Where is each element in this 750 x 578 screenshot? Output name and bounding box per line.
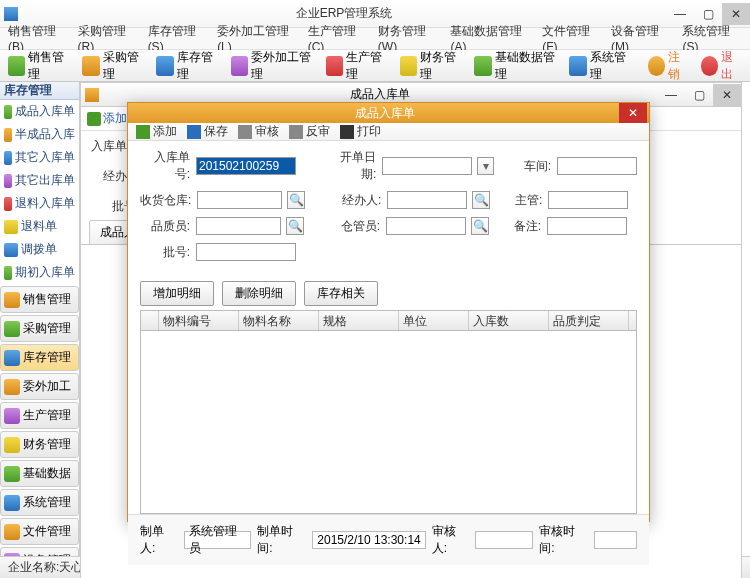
toolbar-button[interactable]: 销售管理 — [4, 47, 74, 85]
grid-header[interactable]: 物料名称 — [239, 311, 319, 330]
input-keeper[interactable] — [386, 217, 466, 235]
modal-toolbar: 添加保存审核反审打印 — [128, 123, 649, 141]
child-maximize[interactable]: ▢ — [685, 84, 713, 106]
modal-action-保存[interactable]: 保存 — [187, 123, 228, 140]
modal-action-icon — [136, 125, 150, 139]
sidebar-header: 库存管理 — [0, 82, 79, 100]
stock-related-button[interactable]: 库存相关 — [304, 281, 378, 306]
toolbar-icon — [8, 56, 25, 76]
sidebar-item[interactable]: 退料入库单 — [0, 192, 79, 215]
toolbar-icon — [474, 56, 491, 76]
input-handler[interactable] — [387, 191, 467, 209]
lookup-warehouse-icon[interactable]: 🔍 — [287, 191, 305, 209]
toolbar-button[interactable]: 财务管理 — [396, 47, 466, 85]
input-workshop[interactable] — [557, 157, 637, 175]
input-warehouse[interactable] — [197, 191, 282, 209]
sidebar-nav-button[interactable]: 委外加工 — [0, 373, 79, 400]
child-minimize[interactable]: — — [657, 84, 685, 106]
modal-action-审核[interactable]: 审核 — [238, 123, 279, 140]
sidebar-item[interactable]: 半成品入库 — [0, 123, 79, 146]
sidebar-item-icon — [4, 174, 12, 188]
modal-action-添加[interactable]: 添加 — [136, 123, 177, 140]
grid-header[interactable]: 单位 — [399, 311, 469, 330]
nav-icon — [4, 379, 20, 395]
sidebar-item[interactable]: 成品入库单 — [0, 100, 79, 123]
sidebar-item-icon — [4, 266, 12, 280]
calendar-icon[interactable]: ▾ — [477, 157, 494, 175]
grid-header[interactable]: 物料编号 — [159, 311, 239, 330]
nav-icon — [4, 524, 20, 540]
sidebar-item-icon — [4, 243, 18, 257]
nav-icon — [4, 292, 20, 308]
toolbar-button[interactable]: 基础数据管理 — [470, 47, 561, 85]
toolbar-icon — [400, 56, 417, 76]
lookup-qc-icon[interactable]: 🔍 — [286, 217, 304, 235]
grid-header[interactable]: 品质判定 — [549, 311, 629, 330]
toolbar-exit[interactable]: 退出 — [697, 47, 746, 85]
toolbar-button[interactable]: 生产管理 — [322, 47, 392, 85]
nav-icon — [4, 495, 20, 511]
sidebar-item-icon — [4, 128, 12, 142]
modal-action-打印[interactable]: 打印 — [340, 123, 381, 140]
nav-icon — [4, 437, 20, 453]
nav-icon — [4, 350, 20, 366]
sidebar-nav-button[interactable]: 销售管理 — [0, 286, 79, 313]
modal-inbound-form: 成品入库单 ✕ 添加保存审核反审打印 入库单号: 开单日期: ▾ 车间: 收货仓… — [127, 102, 650, 522]
nav-icon — [4, 321, 20, 337]
main-toolbar: 销售管理采购管理库存管理委外加工管理生产管理财务管理基础数据管理系统管理注销退出 — [0, 50, 750, 82]
make-time-field: 2015/2/10 13:30:14 — [312, 531, 425, 549]
toolbar-button[interactable]: 委外加工管理 — [227, 47, 318, 85]
sidebar-item[interactable]: 其它入库单 — [0, 146, 79, 169]
toolbar-button[interactable]: 采购管理 — [78, 47, 148, 85]
toolbar-icon — [82, 56, 99, 76]
nav-icon — [4, 408, 20, 424]
add-detail-button[interactable]: 增加明细 — [140, 281, 214, 306]
sidebar-nav-button[interactable]: 基础数据 — [0, 460, 79, 487]
sidebar-item[interactable]: 期初入库单 — [0, 261, 79, 284]
grid-header[interactable]: 入库数 — [469, 311, 549, 330]
delete-detail-button[interactable]: 删除明细 — [222, 281, 296, 306]
child-title: 成品入库单 — [103, 86, 657, 103]
sidebar-nav-button[interactable]: 生产管理 — [0, 402, 79, 429]
auditor-field — [475, 531, 533, 549]
sidebar-item-icon — [4, 151, 12, 165]
input-date[interactable] — [382, 157, 472, 175]
sidebar-item[interactable]: 退料单 — [0, 215, 79, 238]
sidebar-item-icon — [4, 105, 12, 119]
sidebar-nav-button[interactable]: 财务管理 — [0, 431, 79, 458]
input-supervisor[interactable] — [548, 191, 628, 209]
modal-action-反审[interactable]: 反审 — [289, 123, 330, 140]
input-order-no[interactable] — [196, 157, 296, 175]
exit-icon — [701, 56, 718, 76]
grid-header[interactable] — [141, 311, 159, 330]
lookup-handler-icon[interactable]: 🔍 — [472, 191, 490, 209]
modal-title: 成品入库单 — [150, 105, 619, 122]
toolbar-reg[interactable]: 注销 — [644, 47, 693, 85]
app-icon — [4, 7, 18, 21]
sidebar-item[interactable]: 调拨单 — [0, 238, 79, 261]
sidebar-nav-button[interactable]: 采购管理 — [0, 315, 79, 342]
toolbar-button[interactable]: 库存管理 — [152, 47, 222, 85]
logout-icon — [648, 56, 665, 76]
child-close[interactable]: ✕ — [713, 84, 741, 106]
child-icon — [85, 88, 99, 102]
sidebar-nav-button[interactable]: 库存管理 — [0, 344, 79, 371]
input-qc[interactable] — [196, 217, 281, 235]
modal-action-icon — [238, 125, 252, 139]
lookup-keeper-icon[interactable]: 🔍 — [471, 217, 489, 235]
sidebar-item[interactable]: 其它出库单 — [0, 169, 79, 192]
sidebar-nav-button[interactable]: 系统管理 — [0, 489, 79, 516]
input-remark[interactable] — [547, 217, 627, 235]
sidebar: 库存管理 成品入库单半成品入库其它入库单其它出库单退料入库单退料单调拨单期初入库… — [0, 82, 80, 556]
grid-header[interactable]: 规格 — [319, 311, 399, 330]
detail-grid[interactable]: 物料编号物料名称规格单位入库数品质判定 — [140, 310, 637, 514]
audit-time-field — [594, 531, 637, 549]
sidebar-item-icon — [4, 197, 12, 211]
modal-close-button[interactable]: ✕ — [619, 103, 647, 123]
app-title: 企业ERP管理系统 — [22, 5, 666, 22]
toolbar-icon — [156, 56, 173, 76]
sidebar-nav-button[interactable]: 文件管理 — [0, 518, 79, 545]
input-batch[interactable] — [196, 243, 296, 261]
toolbar-button[interactable]: 系统管理 — [565, 47, 635, 85]
modal-action-icon — [289, 125, 303, 139]
